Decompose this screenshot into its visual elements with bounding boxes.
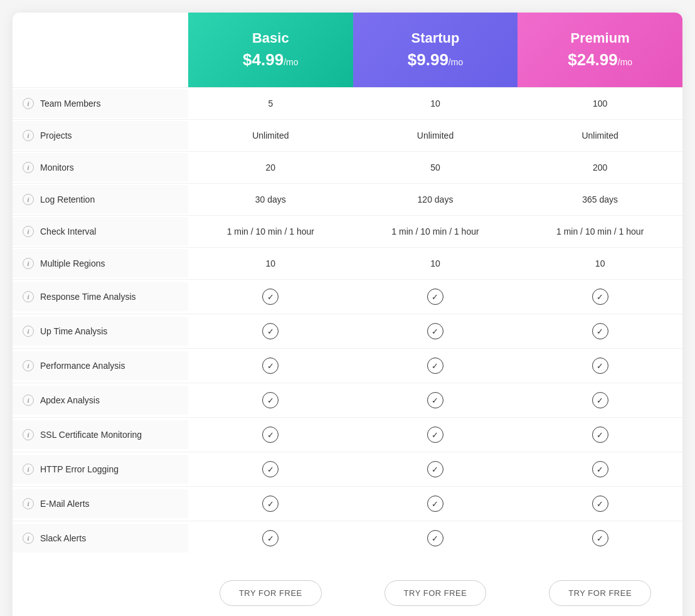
- feature-cell-0: iTeam Members: [13, 89, 188, 118]
- value-cell-6-2: ✓: [517, 280, 682, 314]
- value-cell-10-1: ✓: [353, 418, 518, 452]
- value-cell-5-1: 10: [353, 250, 518, 277]
- plan-name-premium: Premium: [571, 30, 630, 46]
- value-cell-10-2: ✓: [517, 418, 682, 452]
- table-row: iMultiple Regions101010: [13, 248, 682, 280]
- check-icon: ✓: [427, 530, 443, 546]
- feature-label: Check Interval: [40, 226, 96, 236]
- table-row: iLog Retention30 days120 days365 days: [13, 184, 682, 216]
- check-icon: ✓: [262, 461, 279, 477]
- plan-price-premium: $24.99/mo: [568, 50, 632, 70]
- value-cell-3-1: 120 days: [353, 186, 518, 213]
- feature-cell-1: iProjects: [13, 121, 188, 150]
- check-icon: ✓: [262, 358, 279, 374]
- value-cell-12-1: ✓: [353, 487, 518, 521]
- table-row: iMonitors2050200: [13, 152, 682, 184]
- info-icon[interactable]: i: [23, 326, 34, 337]
- check-icon: ✓: [427, 323, 443, 339]
- footer-empty-cell: [13, 574, 188, 612]
- feature-label: Projects: [40, 130, 72, 141]
- plan-name-basic: Basic: [252, 30, 289, 46]
- check-icon: ✓: [427, 461, 443, 477]
- info-icon[interactable]: i: [23, 533, 34, 544]
- table-row: iTeam Members510100: [13, 88, 682, 120]
- feature-cell-9: iApdex Analysis: [13, 386, 188, 415]
- value-cell-4-1: 1 min / 10 min / 1 hour: [353, 218, 518, 245]
- try-free-button-startup[interactable]: TRY FOR FREE: [385, 580, 487, 606]
- plan-price-startup: $9.99/mo: [408, 50, 463, 70]
- feature-cell-6: iResponse Time Analysis: [13, 282, 188, 311]
- check-icon: ✓: [427, 358, 443, 374]
- check-icon: ✓: [262, 392, 279, 408]
- value-cell-4-0: 1 min / 10 min / 1 hour: [188, 218, 353, 245]
- check-icon: ✓: [427, 427, 443, 443]
- table-row: iSlack Alerts✓✓✓: [13, 521, 682, 555]
- value-cell-12-0: ✓: [188, 487, 353, 521]
- info-icon[interactable]: i: [23, 291, 34, 302]
- feature-label: E-Mail Alerts: [40, 499, 90, 509]
- table-row: iUp Time Analysis✓✓✓: [13, 314, 682, 349]
- check-icon: ✓: [262, 530, 279, 546]
- value-cell-7-1: ✓: [353, 314, 518, 348]
- info-icon[interactable]: i: [23, 130, 34, 141]
- value-cell-0-1: 10: [353, 90, 518, 117]
- footer-cell-premium: TRY FOR FREE: [517, 574, 682, 612]
- value-cell-11-2: ✓: [517, 452, 682, 486]
- value-cell-7-2: ✓: [517, 314, 682, 348]
- value-cell-12-2: ✓: [517, 487, 682, 521]
- feature-label: Monitors: [40, 162, 74, 173]
- feature-label: HTTP Error Logging: [40, 464, 119, 474]
- feature-label: Team Members: [40, 98, 100, 109]
- value-cell-9-2: ✓: [517, 383, 682, 417]
- info-icon[interactable]: i: [23, 258, 34, 269]
- value-cell-13-1: ✓: [353, 521, 518, 555]
- info-icon[interactable]: i: [23, 194, 34, 205]
- info-icon[interactable]: i: [23, 360, 34, 371]
- feature-label: Log Retention: [40, 194, 95, 204]
- footer-cell-basic: TRY FOR FREE: [188, 574, 353, 612]
- feature-label: Up Time Analysis: [40, 326, 107, 336]
- value-cell-10-0: ✓: [188, 418, 353, 452]
- try-free-button-basic[interactable]: TRY FOR FREE: [220, 580, 322, 606]
- feature-label: Multiple Regions: [40, 258, 105, 268]
- table-row: iPerformance Analysis✓✓✓: [13, 349, 682, 383]
- value-cell-11-1: ✓: [353, 452, 518, 486]
- table-header: Basic $4.99/mo Startup $9.99/mo Premium …: [13, 13, 682, 88]
- value-cell-3-0: 30 days: [188, 186, 353, 213]
- check-icon: ✓: [262, 289, 279, 305]
- feature-cell-4: iCheck Interval: [13, 217, 188, 246]
- check-icon: ✓: [592, 358, 608, 374]
- check-icon: ✓: [592, 461, 608, 477]
- feature-cell-11: iHTTP Error Logging: [13, 455, 188, 484]
- feature-label: Apdex Analysis: [40, 395, 100, 405]
- value-cell-5-2: 10: [517, 250, 682, 277]
- info-icon[interactable]: i: [23, 464, 34, 475]
- info-icon[interactable]: i: [23, 429, 34, 440]
- value-cell-9-0: ✓: [188, 383, 353, 417]
- pricing-table: Basic $4.99/mo Startup $9.99/mo Premium …: [13, 13, 682, 616]
- value-cell-3-2: 365 days: [517, 186, 682, 213]
- value-cell-7-0: ✓: [188, 314, 353, 348]
- value-cell-13-2: ✓: [517, 521, 682, 555]
- table-row: iCheck Interval1 min / 10 min / 1 hour1 …: [13, 216, 682, 248]
- feature-label: Slack Alerts: [40, 533, 86, 543]
- value-cell-8-2: ✓: [517, 349, 682, 383]
- feature-cell-12: iE-Mail Alerts: [13, 489, 188, 518]
- info-icon[interactable]: i: [23, 226, 34, 237]
- check-icon: ✓: [592, 323, 608, 339]
- info-icon[interactable]: i: [23, 162, 34, 173]
- value-cell-6-0: ✓: [188, 280, 353, 314]
- plan-price-basic: $4.99/mo: [243, 50, 298, 70]
- plan-name-startup: Startup: [411, 30, 459, 46]
- info-icon[interactable]: i: [23, 498, 34, 509]
- value-cell-8-0: ✓: [188, 349, 353, 383]
- feature-label: SSL Certificate Monitoring: [40, 430, 142, 440]
- try-free-button-premium[interactable]: TRY FOR FREE: [549, 580, 651, 606]
- check-icon: ✓: [592, 392, 608, 408]
- check-icon: ✓: [592, 427, 608, 443]
- table-row: iHTTP Error Logging✓✓✓: [13, 452, 682, 487]
- info-icon[interactable]: i: [23, 98, 34, 109]
- feature-cell-13: iSlack Alerts: [13, 524, 188, 553]
- info-icon[interactable]: i: [23, 395, 34, 406]
- feature-cell-10: iSSL Certificate Monitoring: [13, 420, 188, 449]
